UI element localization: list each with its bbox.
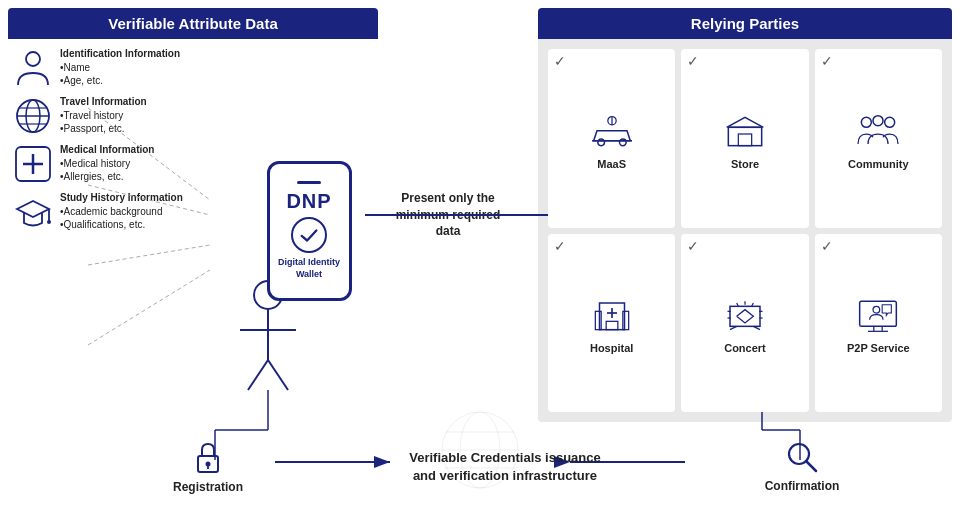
check-icon: ✓: [554, 238, 566, 254]
svg-rect-45: [728, 127, 761, 145]
bottom-center-text: Verifiable Credentials issuance and veri…: [258, 449, 752, 485]
left-panel-header: Verifiable Attribute Data: [8, 8, 378, 39]
concert-icon: [720, 293, 770, 338]
present-section: Present only the minimum required data: [378, 8, 518, 422]
svg-line-76: [806, 461, 816, 471]
travel-info: Travel Information •Travel history •Pass…: [60, 95, 147, 136]
list-item: Travel Information •Travel history •Pass…: [12, 95, 240, 137]
registration-section: Registration: [158, 440, 258, 494]
car-icon: [587, 109, 637, 154]
identification-info: Identification Information •Name •Age, e…: [60, 47, 180, 88]
top-row: Verifiable Attribute Data Identification…: [8, 8, 952, 422]
check-icon: ✓: [554, 53, 566, 69]
phone-area: DNP Digital Identity Wallet: [244, 47, 374, 414]
right-panel: Relying Parties ✓: [538, 8, 952, 422]
svg-point-73: [206, 462, 211, 467]
store-icon: [720, 109, 770, 154]
community-icon: [853, 109, 903, 154]
main-container: Verifiable Attribute Data Identification…: [0, 0, 960, 520]
list-item: ✓ Hospital: [548, 234, 675, 413]
store-label: Store: [731, 158, 759, 170]
right-panel-header: Relying Parties: [538, 8, 952, 39]
study-info: Study History Information •Academic back…: [60, 191, 183, 232]
svg-point-50: [873, 115, 883, 125]
confirmation-section: Confirmation: [752, 441, 852, 493]
svg-rect-54: [606, 322, 618, 330]
phone-brand: DNP: [286, 190, 331, 213]
search-icon: [786, 441, 818, 475]
list-item: Identification Information •Name •Age, e…: [12, 47, 240, 89]
svg-rect-56: [622, 312, 628, 330]
maas-label: MaaS: [597, 158, 626, 170]
list-item: ✓ Store: [681, 49, 808, 228]
list-item: ✓ MaaS: [548, 49, 675, 228]
person-icon: [12, 47, 54, 89]
attributes-list: Identification Information •Name •Age, e…: [12, 47, 240, 414]
svg-rect-55: [595, 312, 601, 330]
study-icon: [12, 191, 54, 233]
svg-point-71: [873, 307, 880, 314]
svg-point-49: [885, 117, 895, 127]
list-item: ✓ Commu: [815, 49, 942, 228]
confirmation-label: Confirmation: [765, 479, 840, 493]
svg-point-27: [26, 52, 40, 66]
list-item: Medical Information •Medical history •Al…: [12, 143, 240, 185]
hospital-icon: [587, 293, 637, 338]
phone-label: Digital Identity Wallet: [270, 257, 349, 280]
p2p-icon: [853, 293, 903, 338]
relying-parties-grid: ✓ MaaS: [538, 39, 952, 422]
svg-rect-46: [738, 134, 751, 146]
svg-point-48: [862, 117, 872, 127]
medical-icon: [12, 143, 54, 185]
phone: DNP Digital Identity Wallet: [267, 161, 352, 301]
check-icon: ✓: [687, 238, 699, 254]
list-item: ✓: [815, 234, 942, 413]
lock-icon: [192, 440, 224, 476]
check-icon: ✓: [821, 238, 833, 254]
travel-icon: [12, 95, 54, 137]
hospital-label: Hospital: [590, 342, 633, 354]
p2p-label: P2P Service: [847, 342, 910, 354]
community-label: Community: [848, 158, 909, 170]
bottom-row: Registration Verifiable Credentials issu…: [8, 422, 952, 512]
svg-point-37: [47, 220, 51, 224]
registration-label: Registration: [173, 480, 243, 494]
left-panel: Verifiable Attribute Data Identification…: [8, 8, 378, 422]
list-item: Study History Information •Academic back…: [12, 191, 240, 233]
medical-info: Medical Information •Medical history •Al…: [60, 143, 154, 184]
check-icon: ✓: [821, 53, 833, 69]
present-text: Present only the minimum required data: [388, 190, 508, 240]
list-item: ✓: [681, 234, 808, 413]
left-content: Identification Information •Name •Age, e…: [8, 39, 378, 422]
phone-check: [291, 217, 327, 253]
concert-label: Concert: [724, 342, 766, 354]
check-icon: ✓: [687, 53, 699, 69]
